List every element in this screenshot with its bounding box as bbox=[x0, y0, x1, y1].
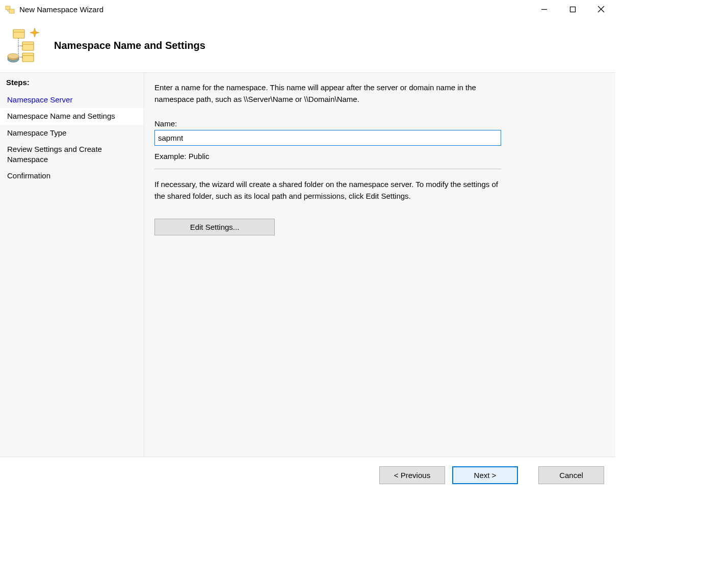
window-controls bbox=[530, 0, 615, 18]
minimize-button[interactable] bbox=[530, 0, 558, 18]
name-input[interactable] bbox=[154, 130, 501, 146]
titlebar: New Namespace Wizard bbox=[0, 0, 615, 18]
svg-rect-6 bbox=[13, 30, 24, 38]
step-review-create[interactable]: Review Settings and Create Namespace bbox=[6, 141, 138, 168]
intro-text: Enter a name for the namespace. This nam… bbox=[154, 82, 501, 105]
previous-button[interactable]: < Previous bbox=[379, 466, 445, 484]
svg-point-11 bbox=[8, 54, 19, 59]
secondary-text: If necessary, the wizard will create a s… bbox=[154, 178, 501, 202]
footer: < Previous Next > Cancel bbox=[0, 457, 615, 493]
example-text: Example: Public bbox=[154, 152, 604, 161]
next-button[interactable]: Next > bbox=[452, 466, 518, 484]
svg-rect-7 bbox=[22, 42, 34, 50]
page-title: Namespace Name and Settings bbox=[54, 40, 205, 51]
maximize-button[interactable] bbox=[558, 0, 587, 18]
steps-heading: Steps: bbox=[6, 78, 138, 87]
titlebar-left: New Namespace Wizard bbox=[5, 4, 103, 14]
namespace-folder-icon bbox=[5, 4, 15, 14]
name-label: Name: bbox=[154, 119, 604, 128]
wizard-window: New Namespace Wizard bbox=[0, 0, 615, 493]
wizard-header-icon bbox=[7, 28, 43, 63]
step-namespace-type[interactable]: Namespace Type bbox=[6, 125, 138, 141]
svg-rect-3 bbox=[570, 7, 575, 12]
close-icon bbox=[597, 6, 605, 13]
minimize-icon bbox=[541, 6, 548, 13]
steps-panel: Steps: Namespace Server Namespace Name a… bbox=[0, 73, 144, 457]
maximize-icon bbox=[569, 6, 576, 13]
step-namespace-server[interactable]: Namespace Server bbox=[6, 92, 138, 108]
svg-rect-8 bbox=[22, 53, 34, 62]
edit-settings-button[interactable]: Edit Settings... bbox=[154, 219, 275, 235]
close-button[interactable] bbox=[587, 0, 615, 18]
cancel-button[interactable]: Cancel bbox=[538, 466, 604, 484]
step-namespace-name-settings[interactable]: Namespace Name and Settings bbox=[0, 108, 144, 124]
page-header: Namespace Name and Settings bbox=[0, 18, 615, 73]
step-confirmation[interactable]: Confirmation bbox=[6, 168, 138, 184]
svg-rect-1 bbox=[9, 9, 14, 13]
window-title: New Namespace Wizard bbox=[19, 5, 103, 14]
divider bbox=[154, 169, 501, 169]
wizard-body: Steps: Namespace Server Namespace Name a… bbox=[0, 73, 615, 457]
content-panel: Enter a name for the namespace. This nam… bbox=[144, 73, 615, 457]
